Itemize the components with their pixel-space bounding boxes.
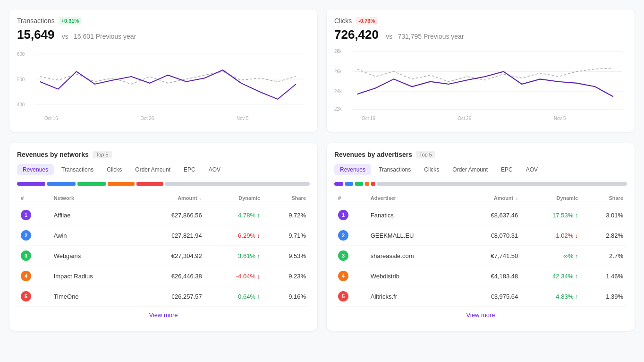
rank-badge: 4 (338, 271, 348, 281)
advertiser-name: Webdistrib (367, 266, 459, 286)
transactions-badge: +0.31% (59, 17, 82, 25)
networks-top-badge: Top 5 (93, 151, 112, 158)
share: 1.46% (582, 266, 627, 286)
rank-badge: 1 (338, 210, 348, 220)
table-row: 1 Affilae €27,866.56 4.78% ↑ 9.72% (17, 205, 310, 225)
dynamic: ∞% ↑ (522, 246, 582, 266)
advertiser-name: Fanatics (367, 205, 459, 225)
adv-pb-2 (345, 182, 353, 186)
rank-badge: 5 (338, 291, 348, 302)
share: 1.39% (582, 286, 627, 307)
tab-networks-clicks[interactable]: Clicks (101, 164, 127, 175)
amount: €27,866.56 (136, 205, 206, 225)
adv-pb-rest (377, 182, 627, 186)
amount: €26,446.38 (136, 266, 206, 286)
col-amount: Amount ↓ (136, 193, 206, 205)
share: 3.01% (582, 205, 627, 225)
dynamic: -1.02% ↓ (522, 225, 582, 246)
tab-networks-transactions[interactable]: Transactions (56, 164, 99, 175)
transactions-chart: 600 500 400 Oct 16 Oct 26 Nov 5 (17, 44, 310, 124)
network-name: TimeOne (50, 286, 136, 307)
network-name: Impact Radius (50, 266, 136, 286)
rank-badge: 2 (338, 230, 348, 241)
col-dynamic: Dynamic (206, 193, 264, 205)
table-row: 1 Fanatics €8,637.46 17.53% ↑ 3.01% (334, 205, 627, 225)
dynamic: 17.53% ↑ (522, 205, 582, 225)
svg-text:Nov 5: Nov 5 (237, 116, 249, 121)
svg-text:26k: 26k (334, 69, 342, 74)
svg-text:24k: 24k (334, 89, 342, 94)
rank-cell: 5 (334, 286, 367, 307)
rank-cell: 3 (334, 246, 367, 266)
rank-cell: 2 (17, 225, 50, 246)
networks-view-more[interactable]: View more (17, 307, 310, 323)
adv-col-advertiser: Advertiser (367, 193, 459, 205)
rank-cell: 1 (334, 205, 367, 225)
clicks-card: Clicks -0.73% 726,420 vs 731,795 Previou… (327, 9, 635, 132)
dynamic: 42.34% ↑ (522, 266, 582, 286)
advertiser-name: GEEKMALL.EU (367, 225, 459, 246)
amount: €3,975.64 (459, 286, 522, 307)
amount: €27,821.94 (136, 225, 206, 246)
rank-badge: 3 (21, 250, 31, 261)
tab-adv-aov[interactable]: AOV (520, 164, 543, 175)
adv-pb-4 (365, 182, 369, 186)
rank-cell: 5 (17, 286, 50, 307)
table-row: 2 Awin €27,821.94 -6.29% ↓ 9.71% (17, 225, 310, 246)
dynamic: 4.83% ↑ (522, 286, 582, 307)
tab-adv-epc[interactable]: EPC (495, 164, 518, 175)
pb-rest (165, 182, 310, 186)
rank-badge: 4 (21, 271, 31, 281)
networks-section-title: Revenues by networks Top 5 (17, 151, 310, 158)
tab-networks-revenues[interactable]: Revenues (17, 164, 54, 175)
share: 9.23% (264, 266, 310, 286)
rank-cell: 3 (17, 246, 50, 266)
adv-col-rank: # (334, 193, 367, 205)
network-name: Awin (50, 225, 136, 246)
svg-text:28k: 28k (334, 49, 342, 54)
table-row: 3 shareasale.com €7,741.50 ∞% ↑ 2.7% (334, 246, 627, 266)
advertisers-table: # Advertiser Amount ↓ Dynamic Share 1 Fa… (334, 193, 627, 307)
col-network: Network (50, 193, 136, 205)
dynamic: -4.04% ↓ (206, 266, 264, 286)
transactions-header: Transactions +0.31% (17, 17, 310, 25)
clicks-chart: 28k 26k 24k 22k Oct 16 Oct 26 Nov 5 (334, 44, 627, 124)
tab-networks-aov[interactable]: AOV (203, 164, 226, 175)
svg-text:Oct 16: Oct 16 (362, 116, 375, 121)
table-row: 5 Alltricks.fr €3,975.64 4.83% ↑ 1.39% (334, 286, 627, 307)
rank-badge: 1 (21, 210, 31, 220)
pb-2 (47, 182, 76, 186)
share: 9.71% (264, 225, 310, 246)
col-share: Share (264, 193, 310, 205)
transactions-value: 15,649 vs 15,601 Previous year (17, 27, 310, 42)
amount: €8,070.31 (459, 225, 522, 246)
table-row: 3 Webgains €27,304.92 3.61% ↑ 9.53% (17, 246, 310, 266)
advertiser-name: Alltricks.fr (367, 286, 459, 307)
advertisers-view-more[interactable]: View more (334, 307, 627, 323)
pb-1 (17, 182, 45, 186)
rank-cell: 4 (17, 266, 50, 286)
adv-pb-3 (355, 182, 363, 186)
dynamic: 4.78% ↑ (206, 205, 264, 225)
tab-adv-transactions[interactable]: Transactions (373, 164, 416, 175)
network-name: Affilae (50, 205, 136, 225)
clicks-value: 726,420 vs 731,795 Previous year (334, 27, 627, 42)
share: 2.7% (582, 246, 627, 266)
tab-networks-epc[interactable]: EPC (178, 164, 201, 175)
svg-text:Oct 16: Oct 16 (44, 116, 58, 121)
clicks-title: Clicks (334, 17, 352, 25)
adv-pb-5 (371, 182, 375, 186)
tab-adv-clicks[interactable]: Clicks (418, 164, 445, 175)
rank-cell: 1 (17, 205, 50, 225)
amount: €4,183.48 (459, 266, 522, 286)
advertiser-name: shareasale.com (367, 246, 459, 266)
svg-text:Oct 26: Oct 26 (141, 116, 154, 121)
tab-adv-order-amount[interactable]: Order Amount (447, 164, 493, 175)
pb-5 (136, 182, 163, 186)
tab-adv-revenues[interactable]: Revenues (334, 164, 371, 175)
col-rank: # (17, 193, 50, 205)
networks-tabs: Revenues Transactions Clicks Order Amoun… (17, 164, 310, 175)
advertisers-top-badge: Top 5 (416, 151, 435, 158)
tab-networks-order-amount[interactable]: Order Amount (129, 164, 176, 175)
pb-4 (108, 182, 135, 186)
